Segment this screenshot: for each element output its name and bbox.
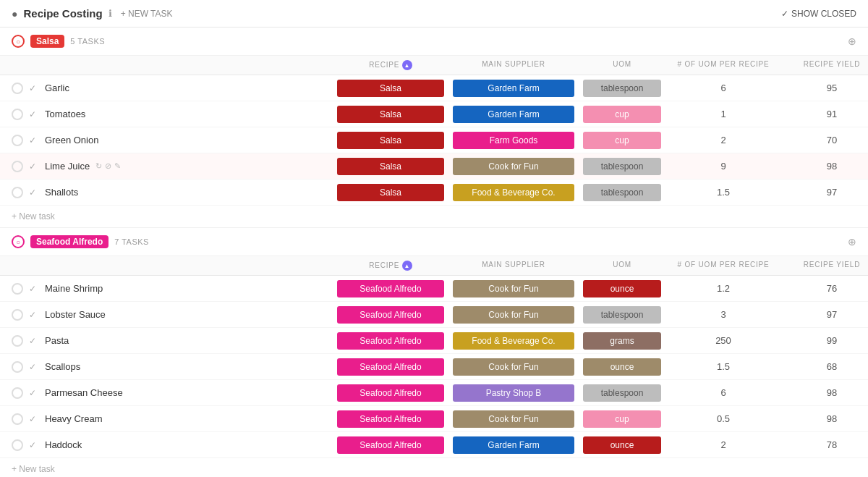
supplier-cell[interactable]: Cook for Fun [448,355,579,379]
supplier-badge: Cook for Fun [453,358,574,376]
uom-cell[interactable]: ounce [579,434,665,457]
task-checkbox[interactable] [12,109,23,120]
recipe-badge: Salsa [337,132,444,149]
recipe-cell[interactable]: Seafood Alfredo [333,303,448,326]
show-closed-button[interactable]: ✓ SHOW CLOSED [781,9,856,19]
check-icon: ✓ [29,388,39,398]
new-task-row[interactable]: + New task [0,458,868,477]
task-name: Garlic [45,83,69,93]
supplier-cell[interactable]: Pastry Shop B [448,381,579,405]
supplier-cell[interactable]: Cook for Fun [448,155,579,178]
supplier-cell[interactable]: Cook for Fun [448,408,579,431]
uom-cell[interactable]: tablespoon [579,381,665,405]
uom-cell[interactable]: tablespoon [579,181,665,204]
uom-cell[interactable]: cup [579,103,665,126]
group-expand-icon-seafood-alfredo[interactable]: ⊕ [848,236,856,248]
task-checkbox[interactable] [12,309,23,321]
supplier-cell[interactable]: Food & Beverage Co. [448,329,579,353]
task-checkbox[interactable] [12,135,23,146]
uom-per-recipe-cell: 1.5 [665,361,781,372]
uom-cell[interactable]: grams [579,329,665,353]
uom-badge: tablespoon [583,80,661,97]
group-expand-icon-salsa[interactable]: ⊕ [848,35,856,47]
table-row: ✓ Parmesan Cheese Seafood Alfredo Pastry… [0,380,868,406]
supplier-badge: Pastry Shop B [453,384,574,402]
task-name-cell: ✓ Tomatoes [0,104,333,124]
recipe-cell[interactable]: Seafood Alfredo [333,355,448,379]
task-checkbox[interactable] [12,283,23,295]
supplier-cell[interactable]: Cook for Fun [448,277,579,300]
uom-badge: cup [583,132,661,149]
supplier-cell[interactable]: Garden Farm [448,103,579,126]
uom-badge: ounce [583,280,661,297]
uom-cell[interactable]: ounce [579,355,665,379]
supplier-badge: Garden Farm [453,80,574,97]
new-task-row[interactable]: + New task [0,206,868,228]
group-task-count-seafood-alfredo: 7 TASKS [114,237,149,246]
group-toggle-salsa[interactable]: ○ [12,35,25,48]
recipe-cell[interactable]: Salsa [333,181,448,204]
app-container: ● Recipe Costing ℹ + NEW TASK ✓ SHOW CLO… [0,0,868,477]
task-checkbox[interactable] [12,439,23,451]
recipe-cell[interactable]: Seafood Alfredo [333,434,448,457]
check-icon: ✓ [29,135,39,145]
recipe-cell[interactable]: Seafood Alfredo [333,381,448,405]
table-row: ✓ Green Onion Salsa Farm Goods cup 2 70 [0,127,868,153]
check-icon: ✓ [29,440,39,450]
block-icon[interactable]: ⊘ [105,161,111,171]
recipe-cell[interactable]: Seafood Alfredo [333,329,448,353]
repeat-icon[interactable]: ↻ [95,161,102,171]
supplier-cell[interactable]: Farm Goods [448,129,579,152]
recipe-cell[interactable]: Salsa [333,155,448,178]
task-checkbox[interactable] [12,161,23,172]
supplier-cell[interactable]: Cook for Fun [448,303,579,326]
uom-cell[interactable]: ounce [579,277,665,300]
recipe-cell[interactable]: Seafood Alfredo [333,408,448,431]
task-name: Scallops [45,361,80,372]
uom-badge: tablespoon [583,158,661,175]
uom-cell[interactable]: tablespoon [579,77,665,100]
col-recipe-yield: RECIPE YIELD [781,261,868,271]
task-checkbox[interactable] [12,413,23,425]
recipe-cell[interactable]: Salsa [333,103,448,126]
uom-badge: tablespoon [583,306,661,324]
supplier-badge: Cook for Fun [453,280,574,297]
task-name-cell: ✓ Maine Shrimp [0,279,333,299]
table-row: ✓ Tomatoes Salsa Garden Farm cup 1 91 [0,101,868,127]
supplier-cell[interactable]: Food & Beverage Co. [448,181,579,204]
task-name: Green Onion [45,135,98,145]
recipe-badge: Seafood Alfredo [337,358,444,376]
task-checkbox[interactable] [12,361,23,373]
recipe-cell[interactable]: Salsa [333,77,448,100]
group-badge-seafood-alfredo[interactable]: Seafood Alfredo [30,235,109,248]
uom-cell[interactable]: tablespoon [579,155,665,178]
recipe-badge: Salsa [337,80,444,97]
task-checkbox[interactable] [12,187,23,198]
task-action-icons: ↻ ⊘ ✎ [95,161,121,171]
group-header-seafood-alfredo[interactable]: ○ Seafood Alfredo 7 TASKS ⊕ [0,228,868,256]
uom-per-recipe-cell: 9 [665,161,781,172]
uom-per-recipe-cell: 6 [665,387,781,398]
group-header-salsa[interactable]: ○ Salsa 5 TASKS ⊕ [0,28,868,56]
edit-icon[interactable]: ✎ [114,161,121,171]
group-seafood-alfredo: ○ Seafood Alfredo 7 TASKS ⊕ RECIPE ▲ MAI… [0,228,868,477]
recipe-cell[interactable]: Salsa [333,129,448,152]
uom-per-recipe-cell: 1.2 [665,283,781,294]
group-toggle-seafood-alfredo[interactable]: ○ [12,235,25,248]
task-checkbox[interactable] [12,387,23,399]
task-checkbox[interactable] [12,335,23,347]
supplier-badge: Cook for Fun [453,158,574,175]
check-icon: ✓ [29,187,39,198]
recipe-cell[interactable]: Seafood Alfredo [333,277,448,300]
new-task-button[interactable]: + NEW TASK [121,9,173,19]
uom-cell[interactable]: cup [579,408,665,431]
uom-per-recipe-cell: 0.5 [665,413,781,424]
table-row: ✓ Scallops Seafood Alfredo Cook for Fun … [0,354,868,380]
uom-cell[interactable]: tablespoon [579,303,665,326]
supplier-cell[interactable]: Garden Farm [448,434,579,457]
task-checkbox[interactable] [12,83,23,94]
uom-cell[interactable]: cup [579,129,665,152]
group-badge-salsa[interactable]: Salsa [30,35,64,48]
uom-per-recipe-cell: 2 [665,135,781,145]
supplier-cell[interactable]: Garden Farm [448,77,579,100]
